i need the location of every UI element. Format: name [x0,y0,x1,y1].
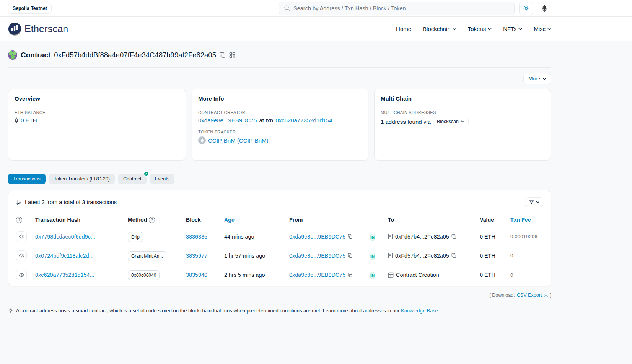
brand-name: Etherscan [24,23,68,34]
multichain-addresses-label: MULTICHAIN ADDRESSES [381,110,544,115]
csv-export-link[interactable]: CSV Export [517,292,548,298]
entity-type-label: Contract [21,51,50,59]
tx-hash-link[interactable]: 0xc620a77352d1d154... [35,272,94,278]
method-badge[interactable]: Drip [128,232,143,242]
value-cell: 0 ETH [480,234,510,240]
description-text: A contract address hosts a smart contrac… [16,308,399,314]
table-row: 0x7798dcdaec0f6dd9c... Drip 3836335 44 m… [8,227,551,246]
nav-misc[interactable]: Misc [534,26,551,32]
chevron-down-icon [542,78,546,80]
creation-txn-link[interactable]: 0xc620a77352d1d154... [275,117,337,123]
etherscan-logo-icon [8,22,21,36]
network-badge[interactable]: Sepolia Testnet [8,3,52,14]
chevron-down-icon [547,28,551,30]
more-info-card: More Info CONTRACT CREATOR 0xda9e8e...9E… [192,89,368,161]
creator-connector-text: at txn [259,117,273,123]
tab-events[interactable]: Events [150,174,175,184]
search-icon [284,5,290,11]
filter-button[interactable] [525,197,543,207]
nav-blockchain[interactable]: Blockchain [423,26,456,32]
age-cell: 1 hr 57 mins ago [224,253,289,259]
table-row: 0xc620a77352d1d154... 0x60c06040 3835940… [8,265,551,284]
copy-icon[interactable] [348,273,353,278]
ethereum-diamond-icon [542,5,547,12]
nav-tokens[interactable]: Tokens [468,26,492,32]
value-cell: 0 ETH [480,272,510,278]
tx-preview-button[interactable] [16,270,27,280]
table-header-row: ? Transaction Hash Method? Block Age Fro… [8,213,551,227]
nav-home[interactable]: Home [396,26,411,32]
age-cell: 44 mins ago [224,234,289,240]
site-header: Etherscan Home Blockchain Tokens NFTs Mi… [0,17,632,41]
block-link[interactable]: 3835940 [186,272,207,278]
copy-icon[interactable] [451,253,456,258]
tab-transactions[interactable]: Transactions [8,174,46,184]
direction-badge: IN [370,272,375,279]
copy-address-icon[interactable] [220,52,226,58]
knowledge-base-link[interactable]: Knowledge Base [401,308,438,314]
col-from: From [289,217,370,223]
search-bar[interactable] [279,2,515,15]
contract-file-icon [388,234,393,239]
tx-preview-button[interactable] [16,250,27,261]
chevron-down-icon [453,28,456,30]
info-cards: Overview ETH BALANCE 0 ETH More Info CON… [8,89,551,161]
to-address[interactable]: 0xFd57b4...2Fe82a05 [395,253,449,259]
copy-icon[interactable] [451,234,456,239]
to-address[interactable]: 0xFd57b4...2Fe82a05 [395,234,449,240]
block-link[interactable]: 3836335 [186,234,207,240]
download-icon [544,293,548,297]
main-nav: Home Blockchain Tokens NFTs Misc [396,26,551,32]
contract-creation-icon [388,272,394,278]
overview-card: Overview ETH BALANCE 0 ETH [8,89,186,161]
block-link[interactable]: 3835977 [186,253,207,259]
tab-contract[interactable]: Contract ✓ [118,174,147,184]
help-icon[interactable]: ? [16,217,22,223]
copy-icon[interactable] [348,234,353,239]
more-dropdown-button[interactable]: More [523,73,551,84]
tab-token-transfers[interactable]: Token Transfers (ERC-20) [49,174,115,184]
creator-address-link[interactable]: 0xda9e8e...9EB9DC75 [198,117,257,123]
verified-check-icon: ✓ [143,171,149,177]
copy-icon[interactable] [348,253,353,258]
method-help-icon[interactable]: ? [149,217,155,223]
token-logo-icon [198,136,206,144]
table-row: 0x0724bdf9c118afc2d... Grant Mint An... … [8,246,551,265]
multichain-provider-select[interactable]: Blockscan [433,117,469,126]
col-block: Block [186,217,224,223]
from-address-link[interactable]: 0xda9e8e...9EB9DC75 [289,234,345,240]
network-switch-button[interactable] [538,2,551,15]
txn-fee-cell: 0 [510,272,543,278]
tx-hash-link[interactable]: 0x0724bdf9c118afc2d... [35,253,94,259]
nav-nfts[interactable]: NFTs [503,26,522,32]
overview-title: Overview [15,95,179,102]
transactions-summary: Latest 3 from a total of 3 transactions [16,199,117,205]
token-tracker-link[interactable]: CCIP-BnM (CCIP-BnM) [208,137,269,144]
download-row: [ Download: CSV Export ] [8,292,551,298]
method-badge[interactable]: Grant Mint An... [128,251,166,261]
chevron-down-icon [488,28,492,30]
from-address-link[interactable]: 0xda9e8e...9EB9DC75 [289,272,345,278]
from-address-link[interactable]: 0xda9e8e...9EB9DC75 [289,253,345,259]
method-badge[interactable]: 0x60c06040 [128,270,160,280]
contract-address: 0xFd57b4ddBf88a4e07fF4e34C487b99af2Fe82a… [54,51,216,59]
etherscan-logo[interactable]: Etherscan [8,22,68,36]
contract-creator-label: CONTRACT CREATOR [198,110,362,115]
tx-hash-link[interactable]: 0x7798dcdaec0f6dd9c... [35,234,95,240]
value-cell: 0 ETH [480,253,510,259]
section-tabs: Transactions Token Transfers (ERC-20) Co… [8,174,551,184]
col-txn-fee-toggle[interactable]: Txn Fee [510,217,543,223]
tx-preview-button[interactable] [16,231,27,242]
col-to: To [388,217,480,223]
eth-balance-value: 0 ETH [21,117,37,123]
search-input[interactable] [293,5,510,11]
multichain-found-text: 1 address found via [381,119,431,125]
chevron-down-icon [518,28,522,30]
direction-badge: IN [370,234,375,241]
col-age-toggle[interactable]: Age [224,217,289,223]
txn-fee-cell: 0 [510,253,543,258]
download-prefix: [ Download: [489,292,515,298]
theme-toggle-button[interactable] [519,2,533,15]
qr-code-icon[interactable] [229,52,235,58]
col-value: Value [480,217,510,223]
